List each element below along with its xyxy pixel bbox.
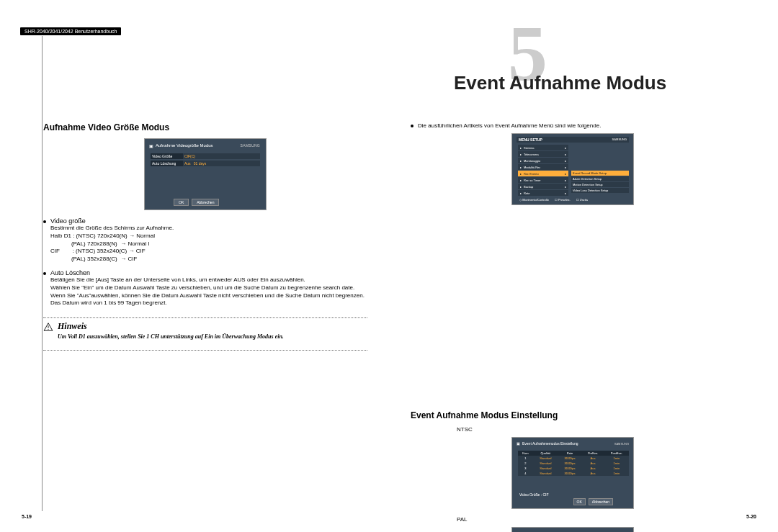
left-page: SHR-2040/2041/2042 Benutzerhandbuch Aufn… bbox=[0, 0, 389, 532]
menu-item[interactable]: ▸ Monitoraggio ▸ bbox=[518, 158, 568, 163]
menu-item[interactable]: ▸ Rec su Timer ▸ bbox=[518, 177, 568, 183]
menu-item-icon: ▸ bbox=[520, 159, 522, 163]
screenshot-video-size-mode: ▣ Aufnahme Videogröße Modus SAMSUNG Vide… bbox=[144, 138, 267, 210]
table-cell: 1min bbox=[604, 471, 629, 476]
table-cell: Standard bbox=[533, 461, 558, 466]
menu-item-icon: ▸ bbox=[520, 146, 522, 150]
bullet-line: Halb D1 : (NTSC) 720x240(N) → Normal bbox=[50, 233, 367, 240]
panel-label-pal: PAL bbox=[457, 516, 735, 523]
table-header: PreEve. bbox=[581, 451, 604, 456]
table-cell: 3 bbox=[518, 466, 533, 471]
menu-item-icon: ▸ bbox=[520, 153, 522, 156]
cancel-button[interactable]: Abbrechen bbox=[589, 498, 613, 505]
dotted-separator bbox=[43, 350, 367, 351]
bullet-line: Das Datum wird von 1 bis 99 Tagen begren… bbox=[50, 299, 367, 307]
bullet-dot bbox=[43, 272, 46, 275]
table-cell: Aus bbox=[581, 466, 604, 471]
table-row: 4Standard30.00ipsAus1min bbox=[518, 471, 629, 476]
table-cell: 4 bbox=[518, 471, 533, 476]
menu-item[interactable]: ▸ Telecamera ▸ bbox=[518, 151, 568, 157]
dotted-separator bbox=[43, 317, 367, 318]
table-cell: Aus bbox=[581, 456, 604, 461]
menu-item[interactable]: ▸ Sistema ▸ bbox=[518, 145, 568, 150]
table-cell: 30.00ips bbox=[558, 456, 582, 461]
screenshot-menu-setup: MENU SETUP SAMSUNG ▸ Sistema ▸▸ Telecame… bbox=[511, 133, 634, 205]
table-header: Qualität bbox=[533, 451, 558, 456]
table-cell: 30.00ips bbox=[558, 471, 582, 476]
cancel-button[interactable]: Abbrechen bbox=[192, 199, 219, 206]
settings-table: KamQualitätRatePreEve.PostEve.1Standard3… bbox=[518, 451, 629, 476]
panel-title: Event Aufnahmemodus Einstellung bbox=[522, 441, 578, 446]
submenu-item[interactable]: Motion Detection Setup bbox=[571, 182, 629, 187]
foot-hint: ☐ Preselez. bbox=[555, 198, 571, 202]
row-value[interactable]: CIF(C) bbox=[183, 153, 260, 159]
table-row: 2Standard30.00ipsAus1min bbox=[518, 461, 629, 466]
manual-header: SHR-2040/2041/2042 Benutzerhandbuch bbox=[20, 27, 121, 35]
menu-item-icon: ▸ bbox=[520, 179, 522, 182]
row-label: Auto Löschung bbox=[151, 161, 183, 166]
menu-item[interactable]: ▸ Backup ▸ bbox=[518, 184, 568, 189]
bullet-line: Wählen Sie "Ein" um die Datum Auswahl Ta… bbox=[50, 284, 367, 292]
submenu-item[interactable]: Event Record Mode Setup bbox=[571, 171, 629, 176]
foot-hint: ◇ Movimento/Controllo bbox=[519, 198, 549, 202]
menu-item-icon: ▸ bbox=[520, 166, 522, 169]
right-page: 5 Event Aufnahme Modus Die ausführlichen… bbox=[389, 0, 778, 532]
note-body: Um Voll D1 auszuwählen, stellen Sie 1 CH… bbox=[58, 333, 367, 340]
bullet-dot bbox=[411, 125, 413, 127]
page-divider bbox=[42, 36, 43, 511]
page-number: 5-20 bbox=[746, 514, 756, 519]
screenshot-pal-table: ▣Event Aufnahmemodus EinstellungSAMSUNG … bbox=[511, 527, 634, 532]
menu-item[interactable]: ▸ Rec Evento ▸ bbox=[518, 171, 568, 176]
table-header: Rate bbox=[558, 451, 582, 456]
table-cell: 30.00ips bbox=[558, 466, 582, 471]
table-cell: 1min bbox=[604, 466, 629, 471]
bullet-line: Bestimmt die Größe des Schirms zur Aufna… bbox=[50, 225, 367, 233]
menu-item[interactable]: ▸ Rete ▸ bbox=[518, 190, 568, 196]
bullet-line: Betätigen Sie die [Aus] Taste an der Unt… bbox=[50, 276, 367, 284]
table-cell: Standard bbox=[533, 471, 558, 476]
menu-item-icon: ▸ bbox=[520, 172, 522, 176]
bullet-title: Auto Löschen bbox=[50, 269, 90, 276]
table-row: 3Standard30.00ipsAus1min bbox=[518, 466, 629, 471]
row-value[interactable]: Aus 01 days bbox=[183, 161, 260, 166]
page-spread: SHR-2040/2041/2042 Benutzerhandbuch Aufn… bbox=[0, 0, 778, 532]
brand-label: SAMSUNG bbox=[614, 442, 629, 446]
menu-title: MENU SETUP bbox=[519, 137, 542, 142]
ok-button[interactable]: OK bbox=[174, 199, 189, 206]
warning-icon bbox=[43, 322, 53, 332]
table-cell: Standard bbox=[533, 466, 558, 471]
bullet-title: Video größe bbox=[50, 217, 86, 225]
section-title-left: Aufnahme Video Größe Modus bbox=[43, 122, 367, 132]
bullet-dot bbox=[43, 220, 46, 223]
bullet-line: (PAL) 720x288(N) → Normal l bbox=[50, 240, 367, 248]
submenu-item[interactable]: Alarm Detection Setup bbox=[571, 176, 629, 181]
ok-button[interactable]: OK bbox=[573, 498, 586, 505]
brand-label: SAMSUNG bbox=[241, 143, 260, 148]
menu-item[interactable]: ▸ Modalità Rec ▸ bbox=[518, 164, 568, 170]
camera-icon: ▣ bbox=[517, 441, 520, 446]
bullet-line: Wenn Sie "Aus"auswählen, können Sie die … bbox=[50, 292, 367, 300]
table-cell: Standard bbox=[533, 456, 558, 461]
table-cell: 2 bbox=[518, 461, 533, 466]
camera-icon: ▣ bbox=[149, 143, 153, 148]
menu-item-icon: ▸ bbox=[520, 191, 522, 195]
intro-text: Die ausführlichen Artikels von Event Auf… bbox=[418, 122, 601, 129]
panel-label-ntsc: NTSC bbox=[457, 426, 735, 433]
foot-hint: ☐ Uscita bbox=[576, 198, 588, 202]
table-header: PostEve. bbox=[604, 451, 629, 456]
brand-label: SAMSUNG bbox=[612, 137, 627, 142]
svg-point-1 bbox=[48, 329, 48, 330]
screenshot-ntsc-table: ▣Event Aufnahmemodus EinstellungSAMSUNG … bbox=[511, 437, 634, 509]
bullet-line: (PAL) 352x288(C) → CIF bbox=[50, 256, 367, 263]
submenu-item[interactable]: Video Loss Detection Setup bbox=[571, 188, 629, 193]
section-title-right: Event Aufnahme Modus Einstellung bbox=[411, 410, 735, 420]
table-cell: 1min bbox=[604, 461, 629, 466]
table-cell: Aus bbox=[581, 471, 604, 476]
row-label: Video Größe bbox=[151, 153, 183, 159]
video-size-label: Video Größe : CIF bbox=[519, 492, 548, 497]
table-row: 1Standard30.00ipsAus1min bbox=[518, 456, 629, 461]
chapter-title: Event Aufnahme Modus bbox=[454, 72, 666, 94]
table-cell: 1 bbox=[518, 456, 533, 461]
table-header: Kam bbox=[518, 451, 533, 456]
table-cell: 30.00ips bbox=[558, 461, 582, 466]
